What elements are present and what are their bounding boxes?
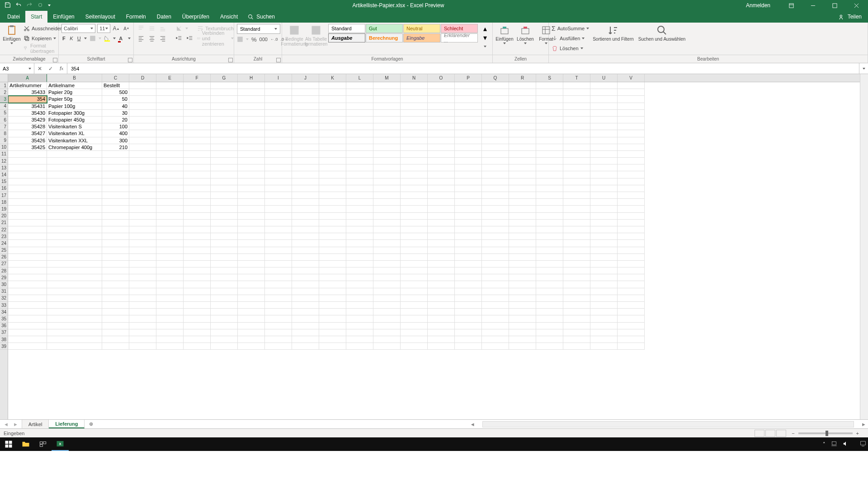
cell[interactable] bbox=[536, 158, 563, 164]
column-header[interactable]: G bbox=[211, 74, 238, 82]
row-header[interactable]: 28 bbox=[0, 267, 8, 274]
cell[interactable] bbox=[590, 336, 618, 343]
cell[interactable] bbox=[211, 281, 238, 288]
cell[interactable] bbox=[319, 247, 346, 254]
cell[interactable] bbox=[590, 220, 618, 226]
cell[interactable] bbox=[346, 247, 373, 254]
tab-formeln[interactable]: Formeln bbox=[121, 11, 151, 23]
cell[interactable] bbox=[455, 103, 482, 110]
cell[interactable] bbox=[156, 96, 184, 103]
cell[interactable] bbox=[482, 123, 509, 130]
cell[interactable] bbox=[129, 171, 156, 178]
cell[interactable] bbox=[428, 130, 455, 137]
tray-chevron-icon[interactable]: ˄ bbox=[823, 441, 826, 447]
cell[interactable] bbox=[346, 226, 373, 233]
cell[interactable] bbox=[455, 329, 482, 336]
conditional-formatting-button[interactable]: Bedingte Formatierung bbox=[285, 24, 304, 47]
cell[interactable] bbox=[590, 96, 618, 103]
cell[interactable] bbox=[346, 233, 373, 240]
cell[interactable] bbox=[319, 192, 346, 199]
cell[interactable] bbox=[8, 336, 47, 343]
cell[interactable] bbox=[292, 254, 319, 261]
cell[interactable] bbox=[373, 288, 401, 295]
cell[interactable] bbox=[129, 192, 156, 199]
cell[interactable] bbox=[8, 240, 47, 247]
cell[interactable] bbox=[129, 315, 156, 322]
cell[interactable] bbox=[211, 185, 238, 192]
cell[interactable] bbox=[346, 343, 373, 350]
cell[interactable] bbox=[102, 323, 129, 329]
font-name-select[interactable]: Calibri bbox=[61, 24, 95, 33]
cell[interactable] bbox=[8, 164, 47, 171]
cell[interactable] bbox=[373, 261, 401, 267]
cell[interactable] bbox=[184, 117, 211, 123]
cell[interactable] bbox=[482, 302, 509, 309]
cell[interactable] bbox=[184, 220, 211, 226]
cell[interactable] bbox=[536, 130, 563, 137]
cell[interactable] bbox=[373, 274, 401, 281]
cell[interactable] bbox=[590, 82, 618, 89]
cell[interactable] bbox=[618, 185, 645, 192]
cell[interactable] bbox=[47, 336, 102, 343]
cell[interactable] bbox=[563, 336, 590, 343]
cell[interactable] bbox=[156, 302, 184, 309]
cell[interactable] bbox=[47, 343, 102, 350]
minimize-button[interactable] bbox=[804, 0, 822, 11]
cell[interactable] bbox=[184, 240, 211, 247]
cell[interactable] bbox=[509, 82, 536, 89]
cell[interactable] bbox=[47, 185, 102, 192]
column-header[interactable]: E bbox=[156, 74, 184, 82]
cell[interactable] bbox=[401, 336, 428, 343]
cell[interactable] bbox=[428, 192, 455, 199]
row-header[interactable]: 16 bbox=[0, 185, 8, 192]
cell[interactable] bbox=[102, 233, 129, 240]
cell[interactable] bbox=[346, 302, 373, 309]
cell[interactable] bbox=[536, 343, 563, 350]
cell[interactable] bbox=[292, 110, 319, 117]
cancel-edit-icon[interactable]: ✕ bbox=[34, 66, 45, 72]
cell[interactable] bbox=[129, 281, 156, 288]
cell[interactable] bbox=[319, 261, 346, 267]
row-header[interactable]: 25 bbox=[0, 247, 8, 254]
cell[interactable] bbox=[482, 171, 509, 178]
cell[interactable] bbox=[238, 103, 265, 110]
cell[interactable] bbox=[455, 247, 482, 254]
row-header[interactable]: 18 bbox=[0, 199, 8, 206]
cell[interactable]: Chromepapier 400g bbox=[47, 144, 102, 151]
cell[interactable] bbox=[292, 261, 319, 267]
cell[interactable] bbox=[8, 171, 47, 178]
cell[interactable] bbox=[184, 96, 211, 103]
cell[interactable] bbox=[590, 295, 618, 302]
cell[interactable] bbox=[319, 336, 346, 343]
cell[interactable] bbox=[509, 274, 536, 281]
cell[interactable] bbox=[482, 343, 509, 350]
cell[interactable] bbox=[8, 302, 47, 309]
row-header[interactable]: 10 bbox=[0, 144, 8, 151]
cell[interactable] bbox=[590, 178, 618, 185]
cell[interactable] bbox=[590, 110, 618, 117]
fill-button[interactable]: Ausfüllen bbox=[552, 34, 589, 43]
cell[interactable] bbox=[47, 295, 102, 302]
styles-more-icon[interactable] bbox=[481, 42, 490, 51]
cell[interactable] bbox=[563, 309, 590, 315]
cell[interactable] bbox=[509, 178, 536, 185]
cell[interactable] bbox=[346, 281, 373, 288]
cell[interactable] bbox=[455, 226, 482, 233]
cell[interactable] bbox=[238, 82, 265, 89]
cell[interactable] bbox=[536, 315, 563, 322]
cell[interactable] bbox=[401, 178, 428, 185]
cell[interactable] bbox=[211, 261, 238, 267]
cell[interactable] bbox=[211, 178, 238, 185]
cell[interactable] bbox=[401, 261, 428, 267]
cell[interactable] bbox=[401, 247, 428, 254]
cell[interactable] bbox=[211, 267, 238, 274]
cell[interactable] bbox=[509, 240, 536, 247]
cell[interactable] bbox=[590, 123, 618, 130]
cell[interactable] bbox=[590, 185, 618, 192]
row-header[interactable]: 14 bbox=[0, 171, 8, 178]
horizontal-scrollbar[interactable] bbox=[482, 421, 854, 427]
cell[interactable]: 35426 bbox=[8, 137, 47, 144]
cell[interactable] bbox=[319, 123, 346, 130]
cell[interactable] bbox=[265, 226, 292, 233]
cell[interactable] bbox=[47, 158, 102, 164]
